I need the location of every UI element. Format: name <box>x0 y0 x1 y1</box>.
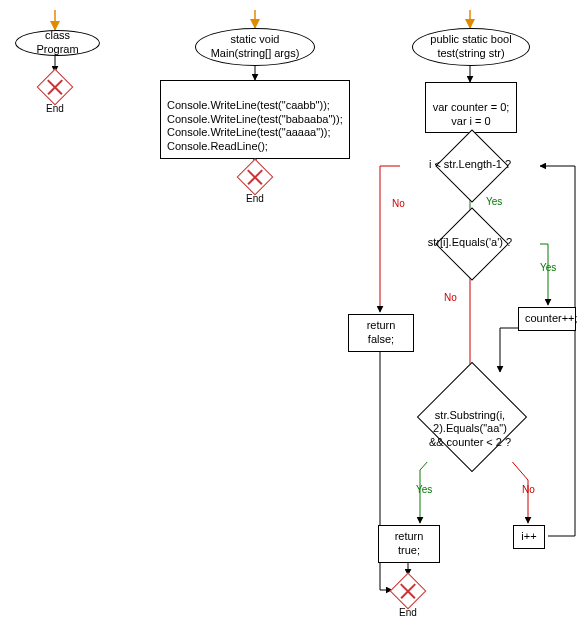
node-test: public static bool test(string str) <box>412 28 530 66</box>
node-main-body: Console.WriteLine(test("caabb")); Consol… <box>160 80 350 159</box>
end-node-test: End <box>395 578 421 604</box>
node-text: i < str.Length-1 ? <box>429 158 511 170</box>
node-char-cond: str[i].Equals('a') ? <box>400 220 540 268</box>
edge-label-yes: Yes <box>486 196 502 207</box>
node-text: static void Main(string[] args) <box>211 33 300 61</box>
node-text: i++ <box>521 530 536 542</box>
node-class-program: class Program <box>15 30 100 56</box>
node-return-true: return true; <box>378 525 440 563</box>
node-return-false: return false; <box>348 314 414 352</box>
node-text: class Program <box>26 29 89 57</box>
edge-label-no: No <box>522 484 535 495</box>
node-text: counter++; <box>525 312 578 324</box>
node-text: return false; <box>367 319 396 345</box>
edge-label-no: No <box>392 198 405 209</box>
node-sub-cond: str.Substring(i, 2).Equals("aa") && coun… <box>395 372 545 462</box>
edge-label-no: No <box>444 292 457 303</box>
end-label: End <box>399 607 417 618</box>
node-text: return true; <box>395 530 424 556</box>
node-init: var counter = 0; var i = 0 <box>425 82 517 133</box>
edge-label-yes: Yes <box>416 484 432 495</box>
node-loop-cond: i < str.Length-1 ? <box>400 142 540 190</box>
node-text: Console.WriteLine(test("caabb")); Consol… <box>167 99 343 152</box>
end-node-main: End <box>242 164 268 190</box>
node-inc-i: i++ <box>513 525 545 549</box>
node-inc-counter: counter++; <box>518 307 576 331</box>
node-text: public static bool test(string str) <box>430 33 511 61</box>
end-label: End <box>246 193 264 204</box>
node-main: static void Main(string[] args) <box>195 28 315 66</box>
node-text: str[i].Equals('a') ? <box>428 236 512 248</box>
end-label: End <box>46 103 64 114</box>
end-node-class: End <box>42 74 68 100</box>
node-text: str.Substring(i, 2).Equals("aa") && coun… <box>429 409 511 447</box>
node-text: var counter = 0; var i = 0 <box>433 101 510 127</box>
edge-label-yes: Yes <box>540 262 556 273</box>
